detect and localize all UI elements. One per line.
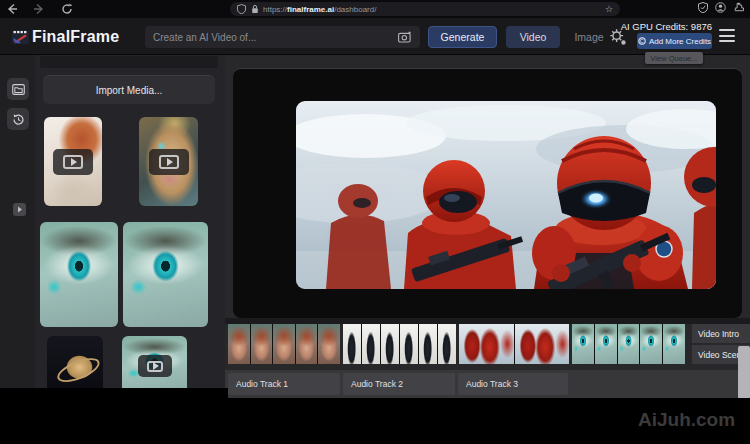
media-thumb-cyborg-eye-1[interactable] [40, 222, 118, 327]
media-panel-header [40, 56, 218, 68]
page-url: https://finalframe.ai/dashboard/ [263, 5, 376, 14]
camera-capture-icon[interactable] [398, 31, 412, 43]
account-icon[interactable] [715, 2, 726, 13]
prompt-input[interactable] [153, 32, 398, 43]
extensions-icon[interactable] [733, 2, 744, 13]
protections-shield-icon[interactable] [698, 2, 708, 13]
app-title: FinalFrame [32, 28, 119, 46]
view-queue-button[interactable]: View Queue... [645, 52, 703, 64]
timeline-clip-robots[interactable] [343, 324, 456, 364]
browser-actions [698, 2, 744, 13]
app-screen: https://finalframe.ai/dashboard/ ☆ [0, 0, 750, 444]
media-thumb-cyborg-eye-2[interactable] [123, 222, 208, 327]
audio-track-row: Audio Track 1 Audio Track 2 Audio Track … [225, 370, 750, 398]
bookmark-star-icon[interactable]: ☆ [605, 5, 613, 14]
media-thumb-goldface-video[interactable] [139, 117, 198, 206]
clapperboard-logo-icon [12, 30, 29, 44]
panel-expand-icon[interactable] [13, 203, 26, 216]
lock-icon [251, 4, 259, 14]
forward-icon[interactable] [33, 3, 45, 15]
preview-panel [233, 68, 742, 318]
timeline-clip-redhead[interactable] [228, 324, 340, 364]
add-credits-label: Add More Credits [649, 37, 711, 46]
media-panel: Import Media... [35, 55, 225, 388]
media-thumb-redhead-video[interactable] [44, 117, 102, 206]
reload-icon[interactable] [61, 3, 73, 15]
media-thumb-saturn[interactable] [47, 336, 103, 388]
media-library-icon[interactable] [7, 78, 29, 100]
tracking-shield-icon[interactable] [237, 4, 246, 14]
red-soldiers-preview-image [296, 101, 716, 289]
timeline-scrollbar[interactable] [738, 346, 750, 399]
import-media-button[interactable]: Import Media... [43, 75, 215, 104]
timeline-clip-cyborg-eyes[interactable] [572, 324, 685, 364]
prompt-search-box [145, 26, 420, 48]
app-header: FinalFrame Generate Video Image AI GPU C… [0, 18, 750, 55]
gpu-credits-label: AI GPU Credits: 9876 [621, 21, 712, 32]
media-thumb-cyborg-eye-video[interactable] [122, 336, 187, 388]
menu-hamburger-icon[interactable] [719, 29, 735, 42]
credit-coin-icon [638, 37, 646, 45]
browser-toolbar: https://finalframe.ai/dashboard/ ☆ [0, 0, 750, 18]
audio-track-3[interactable]: Audio Track 3 [458, 373, 568, 395]
video-preview[interactable] [296, 101, 716, 289]
watermark-text: AiJuh.com [638, 409, 735, 431]
play-badge-icon [138, 355, 172, 377]
audio-track-2[interactable]: Audio Track 2 [343, 373, 455, 395]
tool-rail [0, 55, 35, 388]
image-mode-button[interactable]: Image [566, 26, 612, 48]
timeline-clip-soldiers[interactable] [459, 324, 569, 364]
audio-track-1[interactable]: Audio Track 1 [228, 373, 340, 395]
add-credits-button[interactable]: Add More Credits [637, 33, 712, 49]
generate-button[interactable]: Generate [428, 26, 497, 48]
history-icon[interactable] [7, 108, 29, 130]
back-icon[interactable] [6, 3, 18, 15]
play-badge-icon [53, 149, 93, 175]
play-badge-icon [149, 149, 189, 175]
video-mode-button[interactable]: Video [506, 26, 560, 48]
address-bar[interactable]: https://finalframe.ai/dashboard/ ☆ [230, 2, 620, 16]
video-intro-label: Video Intro [692, 324, 750, 343]
app-logo[interactable]: FinalFrame [12, 28, 119, 46]
